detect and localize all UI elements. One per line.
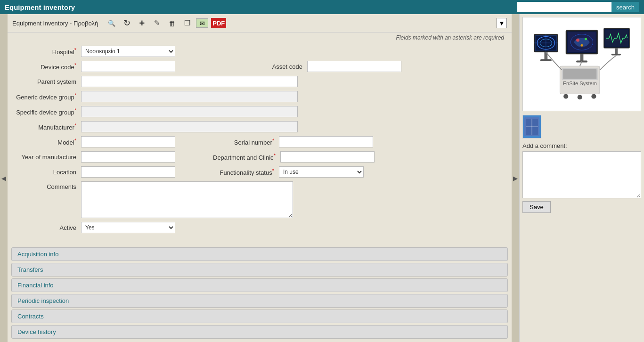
pdf-icon: PDF [212,20,225,27]
location-col: Location [15,166,175,178]
asset-code-label: Asset code [241,63,307,70]
right-panel: EnSite System Add a comment: Save [519,14,644,342]
hospital-select[interactable]: Νοσοκομείο 1 [81,46,175,57]
email-button[interactable]: ✉ [196,18,208,28]
specific-device-group-input: 3 MONITOR ΗΛΕΚΤΡΟΦΥΣΙΟΛΟΓΚΟΥ ΕΛΕΓΧΟΥ (MO… [81,106,298,117]
svg-point-27 [563,94,568,98]
main-layout: ◀ Equipment inventory - Προβολή 🔍 ↻ + ✎ … [0,14,644,342]
device-image-svg: EnSite System [530,22,634,106]
toolbar: Equipment inventory - Προβολή 🔍 ↻ + ✎ 🗑 … [8,14,512,33]
edit-icon: ✎ [154,19,160,27]
search-toolbar-button[interactable]: 🔍 [106,17,118,29]
device-thumbnail[interactable] [522,115,541,138]
chevron-down-icon: ▼ [499,20,505,27]
device-code-input[interactable]: AA_1212 [81,61,175,72]
year-of-manufacture-label: Year of manufacture [15,154,81,161]
active-row: Active Yes [15,222,504,233]
model-label: Model* [15,138,81,146]
contracts-section[interactable]: Contracts [11,309,508,323]
financial-info-section[interactable]: Financial info [11,278,508,292]
generic-device-group-label: Generic device group* [15,92,81,101]
functionality-status-label: Functionality status* [213,168,279,176]
specific-device-group-row: Specific device group* 3 MONITOR ΗΛΕΚΤΡΟ… [15,106,504,117]
department-col: Department and Clinic* ΚΕΝΤΡΙΚΑ ΧΕΙΡΟΥΡΓ… [213,151,375,163]
refresh-icon: ↻ [123,18,130,28]
svg-point-14 [585,38,587,40]
functionality-status-select[interactable]: In use [279,166,364,178]
svg-rect-16 [580,54,584,61]
pdf-button[interactable]: PDF [211,18,226,28]
manufacturer-label: Manufacturer* [15,122,81,131]
asset-code-input[interactable] [307,61,401,72]
copy-button[interactable]: ❐ [181,17,193,29]
edit-button[interactable]: ✎ [151,17,163,29]
svg-point-13 [576,39,579,42]
comments-label: Comments [15,181,81,190]
copy-icon: ❐ [184,19,190,27]
comment-textarea[interactable] [522,151,641,198]
delete-icon: 🗑 [169,19,176,27]
save-button[interactable]: Save [522,201,551,213]
svg-rect-26 [563,69,596,79]
refresh-button[interactable]: ↻ [121,17,133,29]
asset-code-col: Asset code [241,61,401,72]
active-select[interactable]: Yes [81,222,175,233]
model-col: Model* PATIENT INTERFACE [15,136,175,147]
svg-rect-23 [611,54,621,55]
left-arrow-icon: ◀ [1,175,6,182]
year-of-manufacture-input[interactable]: 0 [81,151,175,163]
active-label: Active [15,224,81,231]
device-code-col: Device code* AA_1212 [15,61,175,72]
specific-device-group-label: Specific device group* [15,107,81,116]
add-comment-label: Add a comment: [522,142,641,149]
device-image: EnSite System [522,17,641,111]
model-input[interactable]: PATIENT INTERFACE [81,136,175,147]
thumbnail-svg [523,116,540,137]
right-arrow-icon: ▶ [513,175,518,182]
comments-textarea[interactable] [81,181,293,218]
comments-row: Comments [15,181,504,218]
add-icon: + [139,18,145,29]
parent-system-input[interactable] [81,76,298,87]
year-department-row: Year of manufacture 0 Department and Cli… [15,151,504,163]
manufacturer-row: Manufacturer* ENSITE SYSTEM [15,121,504,132]
location-label: Location [15,169,81,176]
device-code-label: Device code* [15,62,81,71]
app-header: Equipment inventory search [0,0,644,14]
device-asset-row: Device code* AA_1212 Asset code [15,61,504,72]
generic-device-group-row: Generic device group* LM116 Διαγνωστικός… [15,91,504,102]
left-collapse-arrow[interactable]: ◀ [0,14,8,342]
delete-button[interactable]: 🗑 [166,17,178,29]
serial-number-input[interactable]: 878767 [279,136,373,147]
svg-rect-8 [540,59,552,61]
hospital-label: Hospital* [15,47,81,56]
add-button[interactable]: + [136,17,148,29]
svg-text:EnSite System: EnSite System [563,81,597,86]
department-and-clinic-input[interactable]: ΚΕΝΤΡΙΚΑ ΧΕΙΡΟΥΡΓΕΙΑ [280,151,375,163]
periodic-inspection-section[interactable]: Periodic inspection [11,294,508,308]
year-col: Year of manufacture 0 [15,151,175,163]
generic-device-group-input: LM116 Διαγνωστικός εξοπλισμός [81,91,298,102]
hospital-row: Hospital* Νοσοκομείο 1 [15,46,504,57]
device-history-section[interactable]: Device history [11,325,508,339]
model-serial-row: Model* PATIENT INTERFACE Serial number* … [15,136,504,147]
search-button[interactable]: search [611,2,639,12]
center-panel: Equipment inventory - Προβολή 🔍 ↻ + ✎ 🗑 … [8,14,512,342]
right-collapse-arrow[interactable]: ▶ [512,14,519,342]
transfers-section[interactable]: Transfers [11,263,508,277]
department-and-clinic-label: Department and Clinic* [213,153,280,161]
location-input[interactable] [81,166,175,178]
functionality-col: Functionality status* In use [213,166,364,178]
search-input[interactable] [517,2,611,12]
svg-point-28 [591,94,596,98]
toolbar-dropdown-button[interactable]: ▼ [497,18,507,28]
svg-point-15 [580,44,583,47]
acquisition-info-section[interactable]: Acquisition info [11,247,508,261]
required-note: Fields marked with an asterisk are requi… [8,33,512,43]
app-title: Equipment inventory [5,3,517,11]
toolbar-title: Equipment inventory - Προβολή [12,20,98,27]
parent-system-row: Parent system [15,76,504,87]
svg-point-29 [578,95,582,99]
manufacturer-input: ENSITE SYSTEM [81,121,298,132]
svg-rect-22 [615,48,618,55]
